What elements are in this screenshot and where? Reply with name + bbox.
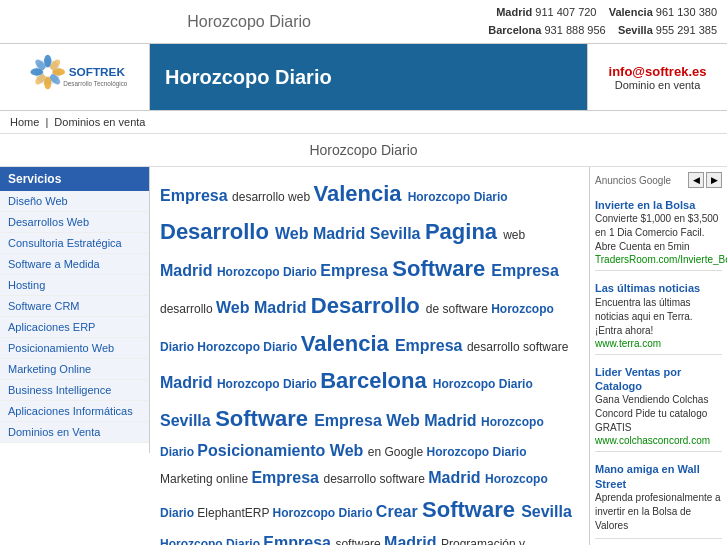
- tag-word[interactable]: Web: [216, 299, 254, 316]
- tag-word[interactable]: Horozcopo: [273, 506, 339, 520]
- tag-word[interactable]: Software: [392, 256, 491, 281]
- sidebar-item[interactable]: Desarrollos Web: [0, 212, 149, 233]
- tag-word[interactable]: web: [503, 228, 525, 242]
- tag-word[interactable]: Empresa: [314, 412, 386, 429]
- tag-word[interactable]: de: [426, 302, 443, 316]
- tag-word[interactable]: y: [519, 537, 525, 545]
- tag-word[interactable]: desarrollo: [232, 190, 288, 204]
- tag-word[interactable]: Barcelona: [320, 368, 433, 393]
- tag-word[interactable]: Diario: [263, 340, 300, 354]
- tag-word[interactable]: Sevilla: [160, 412, 215, 429]
- sidebar-item[interactable]: Aplicaciones Informáticas: [0, 401, 149, 422]
- tag-word[interactable]: desarrollo: [160, 302, 216, 316]
- home-link[interactable]: Home: [10, 116, 39, 128]
- tag-word[interactable]: Horozcopo: [217, 265, 283, 279]
- tag-word[interactable]: Horozcopo: [426, 445, 492, 459]
- tag-word[interactable]: Valencia: [313, 181, 407, 206]
- tag-word[interactable]: Empresa: [251, 469, 323, 486]
- tag-word[interactable]: Madrid: [160, 374, 217, 391]
- tag-word[interactable]: Programación: [441, 537, 519, 545]
- sidebar-item[interactable]: Diseño Web: [0, 191, 149, 212]
- tag-word[interactable]: Diario: [499, 377, 533, 391]
- tag-word[interactable]: Diario: [160, 506, 197, 520]
- sidebar-item[interactable]: Hosting: [0, 275, 149, 296]
- tag-word[interactable]: Empresa: [395, 337, 467, 354]
- tag-word[interactable]: Web: [275, 225, 313, 242]
- tag-word[interactable]: Horozcopo: [217, 377, 283, 391]
- tag-word[interactable]: web: [288, 190, 313, 204]
- main-title-bar: Horozcopo Diario: [150, 44, 587, 110]
- tag-word[interactable]: ElephantERP: [197, 506, 272, 520]
- tag-word[interactable]: Madrid: [254, 299, 311, 316]
- tag-word[interactable]: Madrid: [313, 225, 370, 242]
- sidebar-item[interactable]: Posicionamiento Web: [0, 338, 149, 359]
- tag-word[interactable]: Madrid: [160, 262, 217, 279]
- ad-title[interactable]: Invierte en la Bolsa: [595, 198, 722, 212]
- tag-word[interactable]: desarrollo: [323, 472, 379, 486]
- tag-word[interactable]: Diario: [492, 445, 526, 459]
- tag-word[interactable]: Horozcopo: [160, 537, 226, 545]
- sidebar-item[interactable]: Marketing Online: [0, 359, 149, 380]
- tag-word[interactable]: Horozcopo: [408, 190, 474, 204]
- ad-url[interactable]: www.colchasconcord.com: [595, 435, 722, 446]
- logo-svg: SOFTREK Desarrollo Tecnológico: [20, 52, 130, 102]
- tag-word[interactable]: Horozcopo: [491, 302, 554, 316]
- tag-word[interactable]: Sevilla: [521, 503, 572, 520]
- tag-word[interactable]: Empresa: [491, 262, 559, 279]
- tag-word[interactable]: Marketing: [160, 472, 216, 486]
- tag-word[interactable]: Horozcopo: [433, 377, 499, 391]
- sidebar-item[interactable]: Software a Medida: [0, 254, 149, 275]
- header-top: Horozcopo Diario Madrid 911 407 720 Vale…: [0, 0, 727, 43]
- tag-word[interactable]: online: [216, 472, 251, 486]
- tag-word[interactable]: Diario: [474, 190, 508, 204]
- ads-next-button[interactable]: ▶: [706, 172, 722, 188]
- sidebar-item[interactable]: Dominios en Venta: [0, 422, 149, 443]
- tag-word[interactable]: Empresa: [263, 534, 335, 545]
- tag-word[interactable]: Diario: [283, 377, 320, 391]
- dominios-link[interactable]: Dominios en venta: [54, 116, 145, 128]
- tag-word[interactable]: software: [442, 302, 491, 316]
- tag-word[interactable]: Sevilla: [370, 225, 425, 242]
- sidebar-item[interactable]: Aplicaciones ERP: [0, 317, 149, 338]
- tag-word[interactable]: Desarrollo: [160, 219, 275, 244]
- tag-word[interactable]: Empresa: [160, 187, 232, 204]
- tag-word[interactable]: Madrid: [384, 534, 441, 545]
- ad-title[interactable]: Mano amiga en Wall Street: [595, 462, 722, 491]
- tag-word[interactable]: Software: [422, 497, 521, 522]
- tag-word[interactable]: Pagina: [425, 219, 503, 244]
- header-top-title: Horozcopo Diario: [10, 13, 488, 31]
- tag-word[interactable]: Web: [330, 442, 368, 459]
- tag-word[interactable]: Diario: [226, 537, 263, 545]
- tag-word[interactable]: Empresa: [320, 262, 392, 279]
- tag-word[interactable]: Software: [215, 406, 314, 431]
- tag-word[interactable]: Valencia: [301, 331, 395, 356]
- sidebar-item[interactable]: Consultoria Estratégica: [0, 233, 149, 254]
- tag-word[interactable]: software: [523, 340, 568, 354]
- tag-word[interactable]: Diario: [339, 506, 376, 520]
- tag-word[interactable]: desarrollo: [467, 340, 523, 354]
- tag-word[interactable]: Diario: [160, 340, 197, 354]
- tag-word[interactable]: Madrid: [428, 469, 485, 486]
- tag-word[interactable]: Horozcopo: [485, 472, 548, 486]
- tag-word[interactable]: Diario: [283, 265, 320, 279]
- ad-url[interactable]: www.terra.com: [595, 338, 722, 349]
- tag-word[interactable]: Posicionamiento: [197, 442, 329, 459]
- sidebar-item[interactable]: Business Intelligence: [0, 380, 149, 401]
- ad-title[interactable]: Lider Ventas por Catalogo: [595, 365, 722, 394]
- ads-prev-button[interactable]: ◀: [688, 172, 704, 188]
- ad-title[interactable]: Las últimas noticias: [595, 281, 722, 295]
- tag-word[interactable]: Google: [384, 445, 426, 459]
- tag-word[interactable]: Diario: [160, 445, 197, 459]
- tag-word[interactable]: Horozcopo: [197, 340, 263, 354]
- tag-word[interactable]: Madrid: [424, 412, 481, 429]
- tag-word[interactable]: software: [335, 537, 384, 545]
- tag-word[interactable]: Crear: [376, 503, 422, 520]
- ad-url[interactable]: TradersRoom.com/Invierte_Bo...: [595, 254, 722, 265]
- tag-word[interactable]: Horozcopo: [481, 415, 544, 429]
- tag-word[interactable]: software: [379, 472, 428, 486]
- info-email[interactable]: info@softrek.es: [609, 64, 707, 79]
- tag-word[interactable]: Desarrollo: [311, 293, 426, 318]
- sidebar-item[interactable]: Software CRM: [0, 296, 149, 317]
- tag-word[interactable]: en: [368, 445, 385, 459]
- tag-word[interactable]: Web: [386, 412, 424, 429]
